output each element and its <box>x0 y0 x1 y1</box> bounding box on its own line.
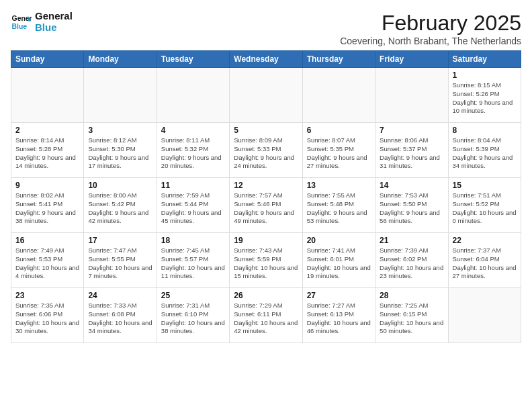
day-cell: 10Sunrise: 8:00 AM Sunset: 5:42 PM Dayli… <box>84 178 157 233</box>
day-info: Sunrise: 8:07 AM Sunset: 5:35 PM Dayligh… <box>307 136 371 171</box>
weekday-header-wednesday: Wednesday <box>230 51 302 68</box>
day-info: Sunrise: 7:51 AM Sunset: 5:52 PM Dayligh… <box>453 191 517 226</box>
day-info: Sunrise: 7:53 AM Sunset: 5:50 PM Dayligh… <box>380 191 443 226</box>
day-number: 4 <box>161 126 225 135</box>
logo-icon: General Blue <box>11 11 32 33</box>
day-number: 11 <box>161 181 225 190</box>
weekday-header-row: SundayMondayTuesdayWednesdayThursdayFrid… <box>11 51 521 68</box>
day-cell: 1Sunrise: 8:15 AM Sunset: 5:26 PM Daylig… <box>448 68 521 123</box>
week-row-2: 2Sunrise: 8:14 AM Sunset: 5:28 PM Daylig… <box>11 123 521 178</box>
day-number: 2 <box>15 126 79 135</box>
day-cell: 12Sunrise: 7:57 AM Sunset: 5:46 PM Dayli… <box>230 178 302 233</box>
day-info: Sunrise: 7:27 AM Sunset: 6:13 PM Dayligh… <box>307 302 371 336</box>
logo-line1: General <box>35 11 73 22</box>
day-cell <box>230 68 302 123</box>
day-number: 23 <box>15 291 79 300</box>
day-cell <box>302 68 375 123</box>
page-title: February 2025 <box>340 11 521 36</box>
day-info: Sunrise: 7:43 AM Sunset: 5:59 PM Dayligh… <box>234 246 298 281</box>
day-cell <box>375 68 448 123</box>
day-number: 20 <box>307 236 371 245</box>
day-number: 19 <box>234 236 298 245</box>
week-row-1: 1Sunrise: 8:15 AM Sunset: 5:26 PM Daylig… <box>11 68 521 123</box>
day-cell: 27Sunrise: 7:27 AM Sunset: 6:13 PM Dayli… <box>302 288 375 343</box>
day-info: Sunrise: 7:45 AM Sunset: 5:57 PM Dayligh… <box>161 246 225 281</box>
day-number: 6 <box>307 126 371 135</box>
day-info: Sunrise: 7:41 AM Sunset: 6:01 PM Dayligh… <box>307 246 371 281</box>
week-row-5: 23Sunrise: 7:35 AM Sunset: 6:06 PM Dayli… <box>11 288 521 343</box>
day-info: Sunrise: 8:06 AM Sunset: 5:37 PM Dayligh… <box>380 136 443 171</box>
day-info: Sunrise: 7:57 AM Sunset: 5:46 PM Dayligh… <box>234 191 298 226</box>
day-cell: 8Sunrise: 8:04 AM Sunset: 5:39 PM Daylig… <box>448 123 521 178</box>
weekday-header-saturday: Saturday <box>448 51 521 68</box>
day-info: Sunrise: 8:12 AM Sunset: 5:30 PM Dayligh… <box>88 136 152 171</box>
weekday-header-thursday: Thursday <box>302 51 375 68</box>
day-number: 22 <box>453 236 517 245</box>
week-row-3: 9Sunrise: 8:02 AM Sunset: 5:41 PM Daylig… <box>11 178 521 233</box>
day-info: Sunrise: 8:14 AM Sunset: 5:28 PM Dayligh… <box>15 136 79 171</box>
day-cell: 21Sunrise: 7:39 AM Sunset: 6:02 PM Dayli… <box>375 233 448 288</box>
day-cell: 17Sunrise: 7:47 AM Sunset: 5:55 PM Dayli… <box>84 233 157 288</box>
day-number: 26 <box>234 291 298 300</box>
day-info: Sunrise: 8:11 AM Sunset: 5:32 PM Dayligh… <box>161 136 225 171</box>
day-number: 10 <box>88 181 152 190</box>
day-info: Sunrise: 7:35 AM Sunset: 6:06 PM Dayligh… <box>15 302 79 336</box>
calendar: SundayMondayTuesdayWednesdayThursdayFrid… <box>11 50 521 343</box>
day-cell: 23Sunrise: 7:35 AM Sunset: 6:06 PM Dayli… <box>11 288 84 343</box>
day-cell: 18Sunrise: 7:45 AM Sunset: 5:57 PM Dayli… <box>157 233 229 288</box>
day-cell: 24Sunrise: 7:33 AM Sunset: 6:08 PM Dayli… <box>84 288 157 343</box>
day-cell: 26Sunrise: 7:29 AM Sunset: 6:11 PM Dayli… <box>230 288 302 343</box>
logo-line2: Blue <box>35 22 73 34</box>
week-row-4: 16Sunrise: 7:49 AM Sunset: 5:53 PM Dayli… <box>11 233 521 288</box>
title-block: February 2025 Coevering, North Brabant, … <box>340 11 521 46</box>
page-subtitle: Coevering, North Brabant, The Netherland… <box>340 36 521 46</box>
day-number: 25 <box>161 291 225 300</box>
day-info: Sunrise: 7:39 AM Sunset: 6:02 PM Dayligh… <box>380 246 443 281</box>
day-info: Sunrise: 8:09 AM Sunset: 5:33 PM Dayligh… <box>234 136 298 171</box>
svg-text:Blue: Blue <box>12 22 28 30</box>
day-number: 27 <box>307 291 371 300</box>
day-cell: 13Sunrise: 7:55 AM Sunset: 5:48 PM Dayli… <box>302 178 375 233</box>
logo: General Blue General Blue <box>11 11 73 33</box>
day-cell: 11Sunrise: 7:59 AM Sunset: 5:44 PM Dayli… <box>157 178 229 233</box>
day-cell: 3Sunrise: 8:12 AM Sunset: 5:30 PM Daylig… <box>84 123 157 178</box>
day-info: Sunrise: 7:55 AM Sunset: 5:48 PM Dayligh… <box>307 191 371 226</box>
day-number: 12 <box>234 181 298 190</box>
day-number: 7 <box>380 126 443 135</box>
day-info: Sunrise: 7:25 AM Sunset: 6:15 PM Dayligh… <box>380 302 443 336</box>
day-cell: 5Sunrise: 8:09 AM Sunset: 5:33 PM Daylig… <box>230 123 302 178</box>
day-cell <box>11 68 84 123</box>
day-number: 13 <box>307 181 371 190</box>
day-info: Sunrise: 7:49 AM Sunset: 5:53 PM Dayligh… <box>15 246 79 281</box>
day-cell: 22Sunrise: 7:37 AM Sunset: 6:04 PM Dayli… <box>448 233 521 288</box>
day-info: Sunrise: 7:59 AM Sunset: 5:44 PM Dayligh… <box>161 191 225 226</box>
day-number: 17 <box>88 236 152 245</box>
day-number: 21 <box>380 236 443 245</box>
day-info: Sunrise: 8:00 AM Sunset: 5:42 PM Dayligh… <box>88 191 152 226</box>
day-cell: 9Sunrise: 8:02 AM Sunset: 5:41 PM Daylig… <box>11 178 84 233</box>
day-cell <box>448 288 521 343</box>
day-cell: 2Sunrise: 8:14 AM Sunset: 5:28 PM Daylig… <box>11 123 84 178</box>
day-cell: 16Sunrise: 7:49 AM Sunset: 5:53 PM Dayli… <box>11 233 84 288</box>
weekday-header-friday: Friday <box>375 51 448 68</box>
day-number: 15 <box>453 181 517 190</box>
day-info: Sunrise: 7:33 AM Sunset: 6:08 PM Dayligh… <box>88 302 152 336</box>
day-cell: 6Sunrise: 8:07 AM Sunset: 5:35 PM Daylig… <box>302 123 375 178</box>
day-info: Sunrise: 7:37 AM Sunset: 6:04 PM Dayligh… <box>453 246 517 281</box>
day-number: 18 <box>161 236 225 245</box>
weekday-header-sunday: Sunday <box>11 51 84 68</box>
day-number: 14 <box>380 181 443 190</box>
day-info: Sunrise: 8:04 AM Sunset: 5:39 PM Dayligh… <box>453 136 517 171</box>
day-cell <box>84 68 157 123</box>
day-cell: 7Sunrise: 8:06 AM Sunset: 5:37 PM Daylig… <box>375 123 448 178</box>
day-info: Sunrise: 8:15 AM Sunset: 5:26 PM Dayligh… <box>453 81 517 116</box>
day-info: Sunrise: 7:31 AM Sunset: 6:10 PM Dayligh… <box>161 302 225 336</box>
day-info: Sunrise: 7:29 AM Sunset: 6:11 PM Dayligh… <box>234 302 298 336</box>
day-number: 9 <box>15 181 79 190</box>
day-info: Sunrise: 7:47 AM Sunset: 5:55 PM Dayligh… <box>88 246 152 281</box>
day-info: Sunrise: 8:02 AM Sunset: 5:41 PM Dayligh… <box>15 191 79 226</box>
day-number: 8 <box>453 126 517 135</box>
day-cell: 20Sunrise: 7:41 AM Sunset: 6:01 PM Dayli… <box>302 233 375 288</box>
day-number: 3 <box>88 126 152 135</box>
day-number: 24 <box>88 291 152 300</box>
